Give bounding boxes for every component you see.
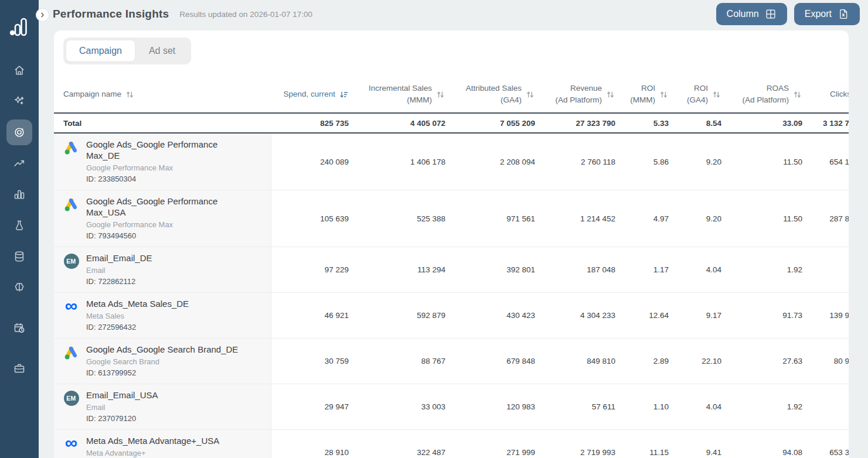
sidebar-item-bar-chart[interactable]	[6, 182, 32, 207]
brain-icon	[13, 281, 26, 294]
google-ads-icon	[63, 197, 79, 212]
column-header-clicks[interactable]: Clicks	[802, 88, 849, 100]
campaign-text-block: Google Ads_Google Performance Max_DEGoog…	[86, 139, 246, 184]
total-attributed_sales_ga4: 7 055 209	[445, 119, 535, 128]
table-row[interactable]: Google Ads_Google Performance Max_DEGoog…	[54, 134, 849, 190]
column-label: Spend, current	[283, 88, 335, 100]
sidebar-item-trending-up[interactable]	[6, 151, 32, 176]
briefcase-icon	[13, 362, 26, 375]
metric-cell-revenue_ad_platform: 187 048	[535, 247, 615, 292]
metric-cell-spend_current: 105 639	[271, 190, 349, 247]
sort-icon	[659, 90, 669, 100]
tab-campaign[interactable]: Campaign	[66, 40, 135, 61]
sort-icon	[435, 90, 445, 100]
metric-cell-clicks: 80 9	[802, 339, 849, 384]
campaign-cell: Google Ads_Google Performance Max_DEGoog…	[54, 134, 271, 190]
table-row[interactable]: Google Ads_Google Performance Max_USAGoo…	[54, 190, 849, 247]
metric-cell-revenue_ad_platform: 4 304 233	[535, 293, 615, 338]
metric-cell-spend_current: 30 759	[271, 339, 349, 384]
table-row[interactable]: EMEmail_Email_DEEmailID: 72286211297 229…	[54, 247, 849, 293]
campaign-cell: ∞Meta Ads_Meta Sales_DEMeta SalesID: 272…	[54, 293, 271, 338]
column-label: Clicks	[830, 88, 849, 100]
metric-cell-incremental_sales_mmm: 33 003	[349, 384, 445, 429]
sort-icon	[792, 90, 802, 100]
column-header-revenue_ad_platform[interactable]: Revenue(Ad Platform)	[535, 83, 615, 105]
campaign-text-block: Email_Email_DEEmailID: 722862112	[86, 252, 152, 287]
sidebar-item-briefcase[interactable]	[6, 356, 32, 381]
total-spend_current: 825 735	[271, 119, 349, 128]
total-revenue_ad_platform: 27 323 790	[535, 119, 615, 128]
metric-cell-revenue_ad_platform: 1 214 452	[535, 190, 615, 247]
total-row: Total825 7354 405 0727 055 20927 323 790…	[54, 114, 849, 134]
column-button[interactable]: Column	[716, 3, 787, 25]
chevron-right-icon	[39, 11, 46, 19]
sort-icon	[125, 90, 135, 100]
column-header-campaign_name[interactable]: Campaign name	[54, 88, 271, 100]
metric-cell-roas_ad_platform: 27.63	[721, 339, 802, 384]
table-row[interactable]: ∞Meta Ads_Meta Sales_DEMeta SalesID: 272…	[54, 293, 849, 339]
sidebar-item-brain[interactable]	[6, 275, 32, 300]
sidebar-item-home[interactable]	[6, 57, 32, 83]
metric-cell-spend_current: 28 910	[271, 430, 349, 458]
column-header-attributed_sales_ga4[interactable]: Attributed Sales(GA4)	[445, 83, 535, 105]
total-roi_mmm: 5.33	[615, 119, 669, 128]
table-header-row: Campaign nameSpend, currentIncremental S…	[54, 80, 849, 114]
metric-cell-spend_current: 240 089	[271, 134, 349, 190]
sidebar-item-database[interactable]	[6, 244, 32, 269]
campaign-id: ID: 722862112	[86, 276, 152, 287]
campaign-subtitle: Email	[86, 265, 152, 275]
metric-cell-incremental_sales_mmm: 88 767	[349, 339, 445, 384]
campaign-cell: ∞Meta Ads_Meta Advantage+_USAMeta Advant…	[54, 430, 271, 458]
column-label: ROAS(Ad Platform)	[742, 83, 789, 105]
metric-cell-clicks	[802, 384, 849, 429]
metric-cell-roi_ga4: 4.04	[669, 247, 721, 292]
table-row[interactable]: EMEmail_Email_USAEmailID: 23707912029 94…	[54, 384, 849, 430]
tab-ad-set[interactable]: Ad set	[136, 40, 188, 61]
sort-icon	[605, 90, 615, 100]
column-header-roi_mmm[interactable]: ROI(MMM)	[615, 83, 669, 105]
metric-cell-roas_ad_platform: 11.50	[721, 190, 802, 247]
metric-cell-roi_ga4: 22.10	[669, 339, 721, 384]
meta-icon: ∞	[63, 436, 79, 449]
topbar-actions: Column Export	[716, 3, 860, 25]
metric-cell-roas_ad_platform: 94.08	[721, 430, 802, 458]
campaign-name: Meta Ads_Meta Sales_DE	[86, 298, 189, 309]
app-logo-icon	[9, 15, 30, 39]
sidebar-item-target[interactable]	[6, 119, 32, 145]
column-header-roas_ad_platform[interactable]: ROAS(Ad Platform)	[721, 83, 802, 105]
campaign-text-block: Email_Email_USAEmailID: 237079120	[86, 389, 158, 424]
campaign-text-block: Meta Ads_Meta Sales_DEMeta SalesID: 2725…	[86, 298, 189, 333]
table-row[interactable]: ∞Meta Ads_Meta Advantage+_USAMeta Advant…	[54, 430, 849, 458]
table-row[interactable]: Google Ads_Google Search Brand_DEGoogle …	[54, 339, 849, 384]
campaigns-table: Campaign nameSpend, currentIncremental S…	[54, 80, 849, 458]
main-area: Performance Insights Results updated on …	[39, 0, 868, 458]
campaign-name: Email_Email_USA	[86, 389, 158, 401]
metric-cell-attributed_sales_ga4: 971 561	[445, 190, 535, 247]
campaign-id: ID: 272596432	[86, 322, 189, 333]
target-icon	[13, 126, 26, 139]
campaign-id: ID: 237079120	[86, 413, 158, 424]
total-clicks: 3 132 7	[802, 119, 849, 128]
sidebar-collapse-button[interactable]	[36, 8, 49, 22]
sidebar-item-sparkles[interactable]	[6, 88, 32, 114]
export-button[interactable]: Export	[794, 3, 860, 25]
campaign-cell: Google Ads_Google Performance Max_USAGoo…	[54, 190, 271, 247]
campaign-subtitle: Google Search Brand	[86, 357, 238, 367]
column-header-spend_current[interactable]: Spend, current	[271, 88, 349, 100]
metric-cell-revenue_ad_platform: 2 760 118	[535, 134, 615, 190]
campaign-subtitle: Email	[86, 402, 158, 412]
column-label: Campaign name	[63, 88, 121, 100]
column-header-incremental_sales_mmm[interactable]: Incremental Sales(MMM)	[349, 83, 445, 105]
database-icon	[13, 250, 26, 263]
metric-cell-roas_ad_platform: 1.92	[721, 247, 802, 292]
campaign-name: Email_Email_DE	[86, 252, 152, 264]
campaign-cell: Google Ads_Google Search Brand_DEGoogle …	[54, 339, 271, 384]
google-ads-icon	[63, 140, 79, 155]
metric-cell-roas_ad_platform: 1.92	[721, 384, 802, 429]
metric-cell-roi_mmm: 12.64	[615, 293, 669, 338]
level-tabs: CampaignAd set	[63, 37, 191, 64]
metric-cell-roi_ga4: 9.20	[669, 190, 721, 247]
column-header-roi_ga4[interactable]: ROI(GA4)	[669, 83, 721, 105]
sidebar-item-flask[interactable]	[6, 213, 32, 238]
sidebar-item-calendar-clock[interactable]	[6, 315, 32, 341]
